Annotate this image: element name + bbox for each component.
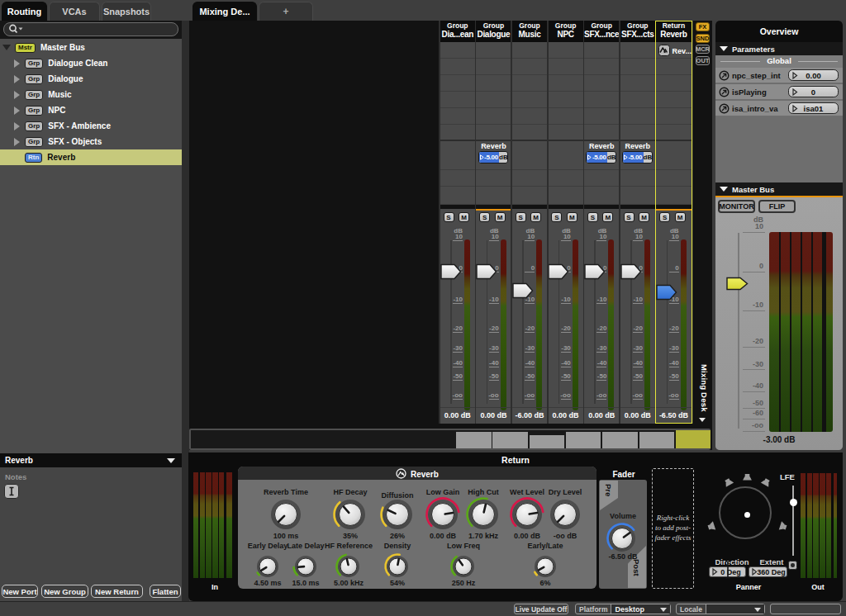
- navigator-segment[interactable]: [492, 432, 528, 448]
- strip-header[interactable]: GroupNPC: [548, 21, 584, 42]
- master-fader-handle[interactable]: [726, 277, 749, 291]
- navigator-segment[interactable]: [530, 435, 565, 448]
- parameter-value-box[interactable]: isa01: [788, 102, 839, 114]
- new-port-button[interactable]: New Port: [2, 585, 38, 598]
- expander-right-icon[interactable]: [14, 75, 20, 83]
- strip-cell[interactable]: [656, 170, 692, 187]
- strip-header[interactable]: GroupDia...ean: [440, 21, 476, 42]
- strip-cell[interactable]: [548, 108, 584, 125]
- strip-cell[interactable]: [476, 187, 512, 205]
- search-input[interactable]: [3, 22, 178, 36]
- notes-edit-button[interactable]: [4, 484, 19, 499]
- solo-button[interactable]: S: [587, 212, 598, 222]
- mute-button[interactable]: M: [675, 212, 686, 222]
- new-group-button[interactable]: New Group: [41, 585, 88, 598]
- strip-cell[interactable]: [620, 125, 656, 140]
- tree-row-master-bus[interactable]: MstrMaster Bus: [0, 40, 182, 55]
- fader-handle[interactable]: [620, 263, 642, 280]
- locale-value[interactable]: [706, 604, 764, 614]
- fader-handle[interactable]: [656, 284, 677, 301]
- new-return-button[interactable]: New Return: [91, 585, 143, 598]
- send-value-box[interactable]: -5.00dB: [478, 151, 509, 163]
- parameter-value-box[interactable]: 0.00: [788, 69, 839, 81]
- strip-cell[interactable]: [620, 75, 656, 92]
- mixing-desk-side-tab[interactable]: Mixing Desk: [696, 361, 709, 415]
- strip-cell[interactable]: [476, 59, 512, 75]
- strip-cell[interactable]: [548, 42, 584, 59]
- strip-cell[interactable]: [583, 125, 620, 140]
- strip-cell[interactable]: [583, 187, 620, 205]
- post-fader-fx-slot[interactable]: Right-click to add post-fader effects: [652, 468, 694, 589]
- strip-cell[interactable]: [620, 108, 656, 125]
- strip-cell[interactable]: [511, 140, 548, 170]
- strip-cell[interactable]: [583, 75, 620, 92]
- strip-cell[interactable]: [656, 92, 692, 108]
- strip-cell[interactable]: [620, 170, 656, 187]
- strip-cell[interactable]: [511, 92, 548, 108]
- strip-cell[interactable]: [548, 170, 584, 187]
- strip-cell[interactable]: [656, 75, 692, 92]
- navigator-segment[interactable]: [456, 432, 492, 448]
- strip-header[interactable]: GroupSFX...cts: [620, 21, 656, 42]
- solo-button[interactable]: S: [444, 212, 454, 222]
- fader-handle[interactable]: [512, 282, 534, 299]
- navigator-segment[interactable]: [676, 430, 711, 448]
- flatten-button[interactable]: Flatten: [150, 585, 181, 598]
- flip-button[interactable]: FLIP: [758, 200, 796, 213]
- mixer-tab-mixing-de-[interactable]: Mixing De...: [192, 2, 257, 21]
- lfe-speaker-button[interactable]: [788, 561, 797, 570]
- tab-routing[interactable]: Routing: [2, 2, 47, 21]
- row-button-fx[interactable]: FX: [696, 22, 710, 31]
- strip-cell[interactable]: [620, 42, 656, 59]
- send-value-box[interactable]: -5.00dB: [586, 151, 616, 163]
- tab-vcas[interactable]: VCAs: [49, 2, 100, 21]
- parameters-section-header[interactable]: Parameters: [715, 42, 843, 55]
- navigator-segment[interactable]: [639, 432, 675, 448]
- strip-cell[interactable]: [440, 42, 476, 59]
- expander-down-icon[interactable]: [2, 45, 11, 50]
- strip-cell[interactable]: [440, 170, 476, 187]
- strip-cell[interactable]: [548, 92, 584, 108]
- send-value-box[interactable]: -5.00dB: [622, 151, 653, 163]
- fader-handle[interactable]: [548, 263, 569, 280]
- strip-header[interactable]: ReturnReverb: [656, 21, 692, 42]
- strip-cell[interactable]: [511, 75, 548, 92]
- strip-cell[interactable]: [440, 59, 476, 75]
- tree-row-dialogue[interactable]: GrpDialogue: [0, 71, 182, 87]
- tree-row-music[interactable]: GrpMusic: [0, 87, 182, 102]
- strip-cell[interactable]: [476, 75, 512, 92]
- strip-cell[interactable]: [440, 125, 476, 140]
- navigator-segment[interactable]: [602, 432, 638, 448]
- tree-row-npc[interactable]: GrpNPC: [0, 102, 182, 118]
- direction-value-box[interactable]: 0 Deg: [709, 566, 746, 577]
- strip-cell[interactable]: [511, 187, 548, 205]
- row-button-mcr[interactable]: MCR: [696, 45, 710, 54]
- collapse-caret-icon[interactable]: [167, 458, 175, 463]
- strip-cell[interactable]: [440, 75, 476, 92]
- strip-cell[interactable]: [583, 108, 620, 125]
- lfe-slider-track[interactable]: [792, 486, 794, 556]
- mixer-tab--[interactable]: +: [259, 2, 313, 21]
- tree-row-sfx-ambience[interactable]: GrpSFX - Ambience: [0, 118, 182, 134]
- live-update-button[interactable]: Live Update Off: [514, 604, 568, 614]
- strip-cell[interactable]: [583, 42, 620, 59]
- strip-cell[interactable]: [511, 125, 548, 140]
- tree-row-dialogue-clean[interactable]: GrpDialogue Clean: [0, 55, 182, 71]
- navigator-segment[interactable]: [566, 432, 601, 448]
- platform-value[interactable]: Desktop: [611, 604, 670, 614]
- extent-value-box[interactable]: 360 Deg: [749, 566, 787, 577]
- strip-cell[interactable]: [440, 108, 476, 125]
- strip-cell[interactable]: [511, 59, 548, 75]
- solo-button[interactable]: S: [516, 212, 526, 222]
- strip-cell[interactable]: [656, 140, 692, 170]
- strip-cell[interactable]: [511, 108, 548, 125]
- strip-header[interactable]: GroupSFX...nce: [583, 21, 620, 42]
- expander-right-icon[interactable]: [14, 138, 20, 146]
- solo-button[interactable]: S: [551, 212, 562, 222]
- strip-cell[interactable]: [548, 59, 584, 75]
- strip-cell[interactable]: [476, 92, 512, 108]
- strip-cell[interactable]: [548, 75, 584, 92]
- fader-handle[interactable]: [440, 263, 462, 280]
- mixer-navigator[interactable]: [189, 429, 711, 450]
- monitor-button[interactable]: MONITOR: [718, 200, 755, 213]
